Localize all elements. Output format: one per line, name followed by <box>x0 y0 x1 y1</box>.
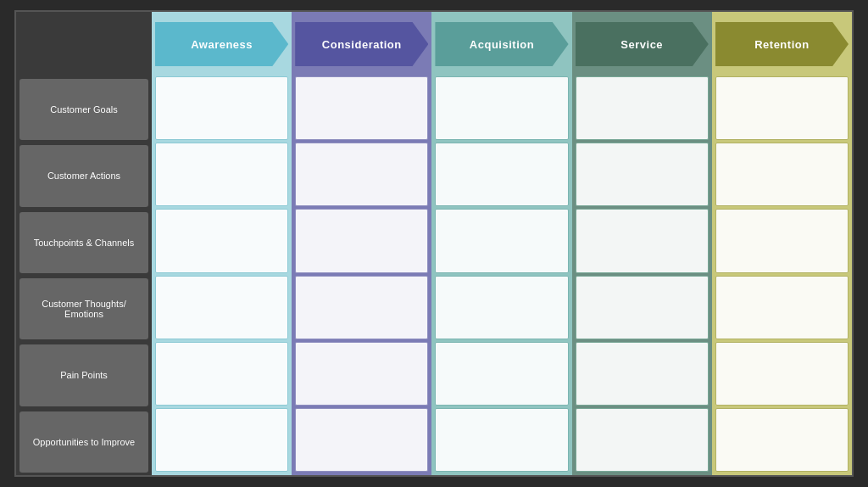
cell-service-row-5[interactable] <box>576 408 709 472</box>
cell-acquisition-row-0[interactable] <box>435 76 568 140</box>
cell-service-row-4[interactable] <box>576 342 709 406</box>
col-cells-consideration <box>295 76 428 472</box>
column-header-service: Service <box>576 15 709 73</box>
cell-retention-row-2[interactable] <box>715 209 849 272</box>
cell-service-row-3[interactable] <box>576 276 709 339</box>
cell-service-row-0[interactable] <box>576 76 709 140</box>
customer-journey-map: Customer GoalsCustomer ActionsTouchpoint… <box>14 10 854 477</box>
cell-awareness-row-2[interactable] <box>155 209 288 272</box>
arrow-service: Service <box>576 22 709 66</box>
cell-awareness-row-4[interactable] <box>155 342 288 406</box>
journey-columns: AwarenessConsiderationAcquisitionService… <box>152 12 852 475</box>
cell-retention-row-4[interactable] <box>715 342 849 406</box>
cell-consideration-row-3[interactable] <box>295 276 428 339</box>
cell-awareness-row-0[interactable] <box>155 76 288 140</box>
cell-consideration-row-0[interactable] <box>295 76 428 140</box>
column-awareness: Awareness <box>152 12 292 475</box>
column-header-retention: Retention <box>715 15 849 73</box>
sidebar-row-pain-points: Pain Points <box>19 344 148 406</box>
col-cells-awareness <box>155 76 288 472</box>
arrow-awareness: Awareness <box>155 22 288 66</box>
col-cells-acquisition <box>435 76 568 472</box>
arrow-retention: Retention <box>715 22 849 66</box>
sidebar-row-opportunities: Opportunities to Improve <box>19 411 148 473</box>
cell-retention-row-1[interactable] <box>715 143 849 206</box>
cell-service-row-2[interactable] <box>576 209 709 272</box>
col-cells-retention <box>715 76 849 472</box>
cell-awareness-row-1[interactable] <box>155 143 288 206</box>
sidebar-row-customer-actions: Customer Actions <box>19 145 148 206</box>
column-header-acquisition: Acquisition <box>435 15 568 73</box>
cell-retention-row-3[interactable] <box>715 276 849 339</box>
column-consideration: Consideration <box>292 12 431 475</box>
column-label-consideration: Consideration <box>322 38 402 51</box>
arrow-acquisition: Acquisition <box>435 22 568 66</box>
sidebar-row-customer-thoughts: Customer Thoughts/ Emotions <box>19 278 148 339</box>
cell-acquisition-row-3[interactable] <box>435 276 568 339</box>
column-acquisition: Acquisition <box>431 12 571 475</box>
cell-consideration-row-5[interactable] <box>295 408 428 472</box>
cell-acquisition-row-2[interactable] <box>435 209 568 272</box>
column-header-consideration: Consideration <box>295 15 428 73</box>
sidebar-row-customer-goals: Customer Goals <box>19 79 148 140</box>
cell-awareness-row-3[interactable] <box>155 276 288 339</box>
cell-acquisition-row-4[interactable] <box>435 342 568 406</box>
column-retention: Retention <box>712 12 852 475</box>
cell-retention-row-5[interactable] <box>715 408 849 472</box>
row-labels: Customer GoalsCustomer ActionsTouchpoint… <box>16 12 152 475</box>
cell-acquisition-row-1[interactable] <box>435 143 568 206</box>
cell-retention-row-0[interactable] <box>715 76 849 140</box>
cell-consideration-row-2[interactable] <box>295 209 428 272</box>
column-label-retention: Retention <box>754 38 809 51</box>
cell-consideration-row-4[interactable] <box>295 342 428 406</box>
column-label-service: Service <box>620 38 663 51</box>
cell-awareness-row-5[interactable] <box>155 408 288 472</box>
column-service: Service <box>572 12 712 475</box>
col-cells-service <box>576 76 709 472</box>
column-label-acquisition: Acquisition <box>470 38 534 51</box>
column-header-awareness: Awareness <box>155 15 288 73</box>
cell-acquisition-row-5[interactable] <box>435 408 568 472</box>
sidebar-row-touchpoints-channels: Touchpoints & Channels <box>19 212 148 273</box>
cell-consideration-row-1[interactable] <box>295 143 428 206</box>
cell-service-row-1[interactable] <box>576 143 709 206</box>
column-label-awareness: Awareness <box>191 38 253 51</box>
arrow-consideration: Consideration <box>295 22 428 66</box>
